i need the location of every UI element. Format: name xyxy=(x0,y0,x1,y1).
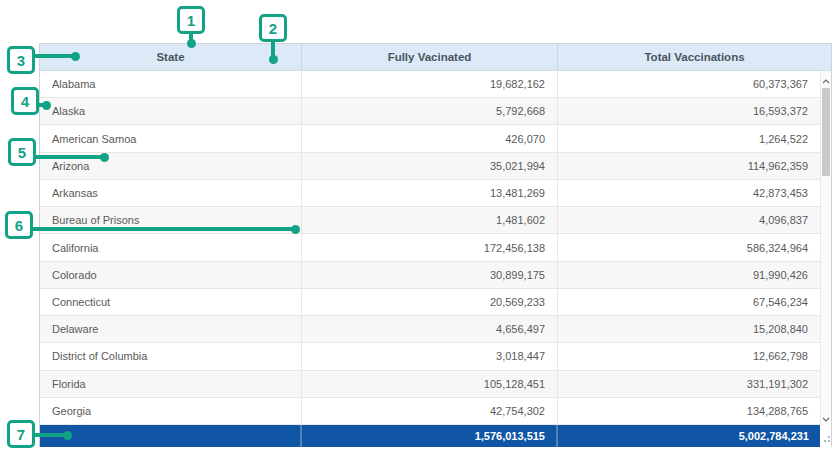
cell-state: Alaska xyxy=(40,98,302,124)
cell-state: District of Columbia xyxy=(40,343,302,369)
cell-fully-vacinated: 13,481,269 xyxy=(302,180,558,206)
callout-stem-6 xyxy=(31,227,293,231)
cell-total-vaccinations: 331,191,302 xyxy=(558,371,820,397)
cell-total-vaccinations: 16,593,372 xyxy=(558,98,820,124)
resize-grip-icon[interactable] xyxy=(822,429,831,447)
cell-total-vaccinations: 91,990,426 xyxy=(558,262,820,288)
callout-badge-5: 5 xyxy=(8,138,36,166)
table-total-row: 1,576,013,515 5,002,784,231 xyxy=(40,425,820,447)
table-row: District of Columbia3,018,44712,662,798 xyxy=(40,343,820,370)
table-row: Alabama19,682,16260,373,367 xyxy=(40,71,820,98)
table-row: Arizona35,021,994114,962,359 xyxy=(40,153,820,180)
chevron-up-icon xyxy=(822,70,830,88)
cell-total-vaccinations: 586,324,964 xyxy=(558,234,820,260)
cell-state: Connecticut xyxy=(40,289,302,315)
cell-state: American Samoa xyxy=(40,125,302,151)
table-row: California172,456,138586,324,964 xyxy=(40,234,820,261)
cell-fully-vacinated: 4,656,497 xyxy=(302,316,558,342)
cell-fully-vacinated: 172,456,138 xyxy=(302,234,558,260)
cell-fully-vacinated: 426,070 xyxy=(302,125,558,151)
cell-total-vaccinations: 12,662,798 xyxy=(558,343,820,369)
callout-dot-5 xyxy=(100,153,109,162)
cell-total-vaccinations: 114,962,359 xyxy=(558,153,820,179)
scrollbar-thumb[interactable] xyxy=(822,88,830,176)
cell-total-vaccinations: 4,096,837 xyxy=(558,207,820,233)
callout-badge-7: 7 xyxy=(7,420,35,448)
table-row: Delaware4,656,49715,208,840 xyxy=(40,316,820,343)
callout-badge-6: 6 xyxy=(5,211,33,239)
table-row: Connecticut20,569,23367,546,234 xyxy=(40,289,820,316)
table-corner xyxy=(820,425,831,447)
cell-total-vaccinations: 1,264,522 xyxy=(558,125,820,151)
callout-dot-2 xyxy=(269,55,278,64)
cell-state: California xyxy=(40,234,302,260)
cell-fully-vacinated: 35,021,994 xyxy=(302,153,558,179)
table-row: Arkansas13,481,26942,873,453 xyxy=(40,180,820,207)
column-header-fully-vacinated[interactable]: Fully Vacinated xyxy=(302,44,558,70)
cell-total-vaccinations: 15,208,840 xyxy=(558,316,820,342)
cell-state: Colorado xyxy=(40,262,302,288)
callout-dot-1 xyxy=(187,39,196,48)
total-cell-state xyxy=(40,425,302,447)
cell-state: Arkansas xyxy=(40,180,302,206)
cell-fully-vacinated: 1,481,602 xyxy=(302,207,558,233)
vertical-scrollbar[interactable] xyxy=(820,71,831,425)
table-row: Alaska5,792,66816,593,372 xyxy=(40,98,820,125)
table-row: Florida105,128,451331,191,302 xyxy=(40,371,820,398)
cell-total-vaccinations: 67,546,234 xyxy=(558,289,820,315)
cell-fully-vacinated: 3,018,447 xyxy=(302,343,558,369)
cell-fully-vacinated: 20,569,233 xyxy=(302,289,558,315)
callout-dot-6 xyxy=(291,225,300,234)
callout-dot-3 xyxy=(71,52,80,61)
cell-total-vaccinations: 42,873,453 xyxy=(558,180,820,206)
callout-stem-3 xyxy=(33,54,73,58)
chevron-down-icon xyxy=(822,408,830,426)
table-body: Alabama19,682,16260,373,367Alaska5,792,6… xyxy=(40,71,831,425)
callout-badge-4: 4 xyxy=(11,87,39,115)
table-total-band: 1,576,013,515 5,002,784,231 xyxy=(40,425,831,447)
total-cell-fully-vacinated: 1,576,013,515 xyxy=(302,425,558,447)
cell-state: Florida xyxy=(40,371,302,397)
cell-state: Georgia xyxy=(40,398,302,424)
vaccinations-table: State Fully Vacinated Total Vaccinations… xyxy=(39,43,832,447)
table-body-rows: Alabama19,682,16260,373,367Alaska5,792,6… xyxy=(40,71,820,425)
callout-dot-7 xyxy=(63,431,72,440)
scroll-up-button[interactable] xyxy=(821,72,831,86)
total-cell-total-vaccinations: 5,002,784,231 xyxy=(558,425,820,447)
callout-badge-2: 2 xyxy=(259,14,287,42)
cell-state: Delaware xyxy=(40,316,302,342)
table-header-row: State Fully Vacinated Total Vaccinations xyxy=(40,44,831,71)
callout-dot-4 xyxy=(42,101,51,110)
cell-fully-vacinated: 5,792,668 xyxy=(302,98,558,124)
scroll-down-button[interactable] xyxy=(821,410,831,424)
callout-badge-1: 1 xyxy=(177,6,205,34)
cell-fully-vacinated: 42,754,302 xyxy=(302,398,558,424)
cell-state: Alabama xyxy=(40,71,302,97)
column-header-total-vaccinations[interactable]: Total Vaccinations xyxy=(558,44,831,70)
cell-fully-vacinated: 19,682,162 xyxy=(302,71,558,97)
callout-stem-5 xyxy=(34,155,102,159)
callout-stem-7 xyxy=(33,433,66,437)
cell-total-vaccinations: 60,373,367 xyxy=(558,71,820,97)
cell-fully-vacinated: 105,128,451 xyxy=(302,371,558,397)
table-row: Colorado30,899,17591,990,426 xyxy=(40,262,820,289)
callout-badge-3: 3 xyxy=(7,46,35,74)
cell-fully-vacinated: 30,899,175 xyxy=(302,262,558,288)
cell-total-vaccinations: 134,288,765 xyxy=(558,398,820,424)
table-row: American Samoa426,0701,264,522 xyxy=(40,125,820,152)
table-row: Georgia42,754,302134,288,765 xyxy=(40,398,820,425)
